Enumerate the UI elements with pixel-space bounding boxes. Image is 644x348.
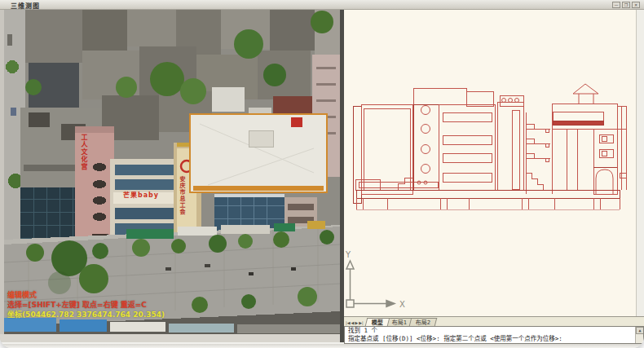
tab-last-icon[interactable]: ▶| — [359, 320, 364, 325]
command-scrollbar[interactable]: ▲ — [635, 327, 643, 343]
photo-bottom-strip — [0, 334, 340, 342]
cad-viewport[interactable]: Y X — [344, 10, 637, 316]
white-roof — [190, 114, 327, 192]
cad-right-edge — [637, 10, 644, 342]
edit-mode-label: 编辑模式 — [7, 290, 165, 300]
sign-mango-baby: 芒果baby — [123, 190, 159, 199]
ucs-y-label: Y — [345, 251, 351, 259]
restore-icon[interactable]: ❐ — [622, 2, 630, 8]
aerial-photo — [4, 10, 340, 334]
command-prompt-line: 指定基点或 [位移(D)] <位移>: 指定第二个点或 <使用第一个点作为位移>… — [348, 335, 633, 343]
app-window: 三维测图 — ❐ ✕ — [0, 0, 644, 348]
screenshot-bottom-edge — [0, 344, 644, 348]
photo-panel-frame: 工人文化宫 安庆市总工会 芒果baby 编辑模式 选择=[SHIFT+左键] 取… — [0, 10, 340, 342]
ucs-axis-icon: Y X — [344, 251, 409, 316]
sign-trade-union: 安庆市总工会 — [179, 176, 184, 237]
viewport-overlay-text: 编辑模式 选择=[SHIFT+左键] 取点=右键 重返=C 坐标(504462.… — [7, 290, 165, 319]
close-icon[interactable]: ✕ — [632, 2, 640, 8]
sign-workers-cultural-palace: 工人文化宫 — [80, 134, 86, 211]
window-title: 三维测图 — [11, 1, 40, 10]
tab-prev-icon[interactable]: ◀ — [351, 320, 355, 325]
tab-model[interactable]: 模型 — [365, 318, 390, 326]
scroll-up-icon[interactable]: ▲ — [636, 327, 644, 334]
tab-nav-buttons: |◀ ◀ ▶ ▶| — [344, 320, 366, 326]
mouse-hint-label: 选择=[SHIFT+左键] 取点=右键 重返=C — [7, 300, 165, 310]
title-bar: 三维测图 — ❐ ✕ — [0, 0, 644, 10]
ucs-x-label: X — [399, 300, 405, 309]
window-controls: — ❐ ✕ — [612, 2, 640, 8]
command-history-line: 找到 1 个 — [348, 327, 633, 335]
minimize-icon[interactable]: — — [612, 2, 620, 8]
aerial-photo-viewport[interactable]: 工人文化宫 安庆市总工会 芒果baby 编辑模式 选择=[SHIFT+左键] 取… — [4, 10, 340, 334]
tab-next-icon[interactable]: ▶ — [355, 320, 358, 325]
coordinate-readout: 坐标(504462.782 3376474.764 20.354) — [7, 310, 165, 319]
command-line-area[interactable]: 找到 1 个 指定基点或 [位移(D)] <位移>: 指定第二个点或 <使用第一… — [344, 326, 644, 344]
tab-layout2[interactable]: 布局2 — [409, 318, 438, 326]
tab-first-icon[interactable]: |◀ — [346, 320, 351, 325]
layout-tab-bar: |◀ ◀ ▶ ▶| 模型 布局1 布局2 — [344, 316, 644, 326]
